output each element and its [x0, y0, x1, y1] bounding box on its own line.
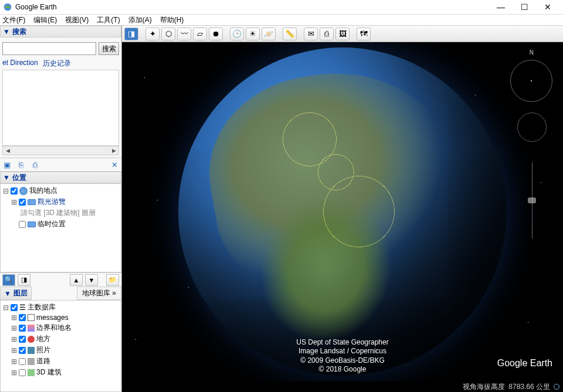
record-tour-button[interactable]: ⏺ — [209, 28, 223, 40]
checkbox[interactable] — [19, 358, 26, 365]
expander-icon[interactable]: ⊞ — [11, 335, 17, 343]
layer-item[interactable]: ⊞ 道路 — [2, 356, 120, 367]
folder-icon — [28, 199, 36, 205]
add-folder-button[interactable]: 📁 — [106, 274, 119, 286]
menu-help[interactable]: 帮助(H) — [160, 15, 184, 25]
places-panel-header[interactable]: ▼ 位置 — [0, 172, 121, 183]
globe-view[interactable]: N US Dept of State Geographer Image Land… — [122, 42, 563, 392]
polygon-button[interactable]: ⬡ — [161, 28, 175, 40]
tree-my-places[interactable]: ⊟ 我的地点 — [2, 185, 120, 196]
get-directions-link[interactable]: et Direction — [2, 59, 38, 69]
expander-icon[interactable]: ⊟ — [3, 187, 9, 195]
zoom-handle[interactable] — [528, 197, 536, 203]
layer-item[interactable]: ⊞ 边界和地名 — [2, 322, 120, 333]
sunlight-button[interactable]: ☀ — [246, 28, 260, 40]
scroll-right-icon[interactable]: ▶ — [109, 146, 118, 155]
checkbox[interactable] — [19, 347, 26, 354]
minimize-button[interactable]: — — [489, 1, 513, 13]
copy-icon[interactable]: ⎘ — [16, 160, 26, 169]
history-link[interactable]: 历史记录 — [43, 59, 71, 69]
map-area: ◨ ✦ ⬡ 〰 ▱ ⏺ 🕒 ☀ 🪐 📏 ✉ ⎙ 🖼 🗺 — [122, 26, 563, 392]
layer-label: 道路 — [36, 356, 50, 366]
move-up-button[interactable]: ▲ — [70, 274, 83, 286]
expander-icon[interactable]: ⊞ — [11, 357, 17, 366]
title-bar: Google Earth — ☐ ✕ — [0, 0, 563, 15]
checkbox[interactable] — [19, 199, 26, 206]
path-button[interactable]: 〰 — [177, 28, 191, 40]
layers-header-label: 图层 — [13, 288, 28, 298]
eye-alt-value: 8783.66 公里 — [508, 382, 550, 392]
tree-hint-label: 請勾選 [3D 建築物] 圖層 — [21, 208, 96, 218]
place-icon — [28, 336, 35, 343]
menu-file[interactable]: 文件(F) — [2, 15, 25, 25]
checkbox[interactable] — [19, 369, 26, 376]
view-in-maps-button[interactable]: 🗺 — [357, 28, 371, 40]
msg-icon — [28, 314, 35, 321]
google-earth-logo: Google Earth — [497, 358, 552, 369]
print-button[interactable]: ⎙ — [320, 28, 334, 40]
email-button[interactable]: ✉ — [304, 28, 318, 40]
tree-label: 觀光游覽 — [38, 197, 66, 207]
print-icon[interactable]: ⎙ — [30, 160, 40, 169]
tree-primary-db[interactable]: ⊟ ☰ 主数据库 — [2, 302, 120, 313]
expander-icon[interactable]: ⊞ — [11, 346, 17, 354]
tree-label: 临时位置 — [38, 219, 66, 229]
toggle-panel-button[interactable]: ◨ — [18, 274, 30, 286]
close-button[interactable]: ✕ — [536, 1, 559, 13]
layer-label: 地方 — [36, 334, 50, 344]
earth-gallery-tab[interactable]: 地球图库 » — [77, 287, 121, 300]
expander-icon[interactable]: ⊟ — [3, 304, 9, 312]
maximize-button[interactable]: ☐ — [513, 1, 536, 13]
look-joystick[interactable] — [517, 113, 547, 142]
menu-view[interactable]: 视图(V) — [65, 15, 89, 25]
layer-item[interactable]: ⊞ 照片 — [2, 345, 120, 356]
earth-globe[interactable] — [178, 47, 507, 376]
layer-item[interactable]: ⊞ messages — [2, 313, 120, 322]
expander-icon[interactable]: ⊞ — [11, 198, 17, 206]
tree-sightseeing[interactable]: ⊞ 觀光游覽 — [2, 196, 120, 207]
search-results-area — [2, 70, 119, 146]
gallery-label: 地球图库 — [82, 289, 110, 297]
collapse-icon: ▼ — [4, 289, 11, 298]
checkbox[interactable] — [19, 221, 26, 228]
hide-sidebar-button[interactable]: ◨ — [124, 28, 138, 40]
ruler-button[interactable]: 📏 — [283, 28, 297, 40]
image-overlay-button[interactable]: ▱ — [193, 28, 207, 40]
tree-temp-places[interactable]: 临时位置 — [2, 219, 120, 230]
history-button[interactable]: 🕒 — [230, 28, 244, 40]
compass-control[interactable] — [510, 60, 552, 102]
layers-panel-header: ▼ 图层 地球图库 » — [0, 287, 121, 300]
checkbox[interactable] — [19, 325, 26, 332]
placemark-button[interactable]: ✦ — [145, 28, 160, 40]
search-button[interactable]: 搜索 — [99, 42, 119, 55]
menu-edit[interactable]: 编辑(E) — [33, 15, 57, 25]
layer-item[interactable]: ⊞ 3D 建筑 — [2, 367, 120, 378]
expander-icon[interactable]: ⊞ — [11, 313, 17, 322]
horizontal-scrollbar[interactable]: ◀ ▶ — [2, 146, 119, 155]
planet-button[interactable]: 🪐 — [262, 28, 276, 40]
road-icon — [28, 358, 35, 365]
search-input[interactable] — [2, 42, 96, 55]
scroll-left-icon[interactable]: ◀ — [3, 146, 12, 155]
status-bar: 视角海拔高度 8783.66 公里 — [122, 381, 563, 392]
expander-icon[interactable]: ⊞ — [11, 369, 17, 377]
layer-item[interactable]: ⊞ 地方 — [2, 333, 120, 345]
layers-tab[interactable]: ▼ 图层 — [0, 287, 32, 300]
checkbox[interactable] — [19, 336, 26, 343]
checkbox[interactable] — [11, 304, 18, 311]
add-folder-icon[interactable]: ▣ — [2, 160, 12, 169]
expander-icon[interactable]: ⊞ — [11, 324, 17, 332]
menu-add[interactable]: 添加(A) — [128, 15, 152, 25]
map-attribution: US Dept of State Geographer Image Landsa… — [296, 338, 388, 374]
checkbox[interactable] — [19, 314, 26, 321]
layer-label: 照片 — [36, 345, 50, 355]
move-down-button[interactable]: ▼ — [85, 274, 98, 286]
search-places-button[interactable]: 🔍 — [2, 274, 15, 286]
save-image-button[interactable]: 🖼 — [335, 28, 350, 40]
spacer — [11, 220, 17, 229]
checkbox[interactable] — [11, 188, 18, 195]
menu-tools[interactable]: 工具(T) — [97, 15, 120, 25]
clear-icon[interactable]: ✕ — [110, 160, 119, 169]
search-panel-header[interactable]: ▼ 搜索 — [0, 26, 121, 38]
zoom-slider[interactable] — [530, 156, 535, 244]
